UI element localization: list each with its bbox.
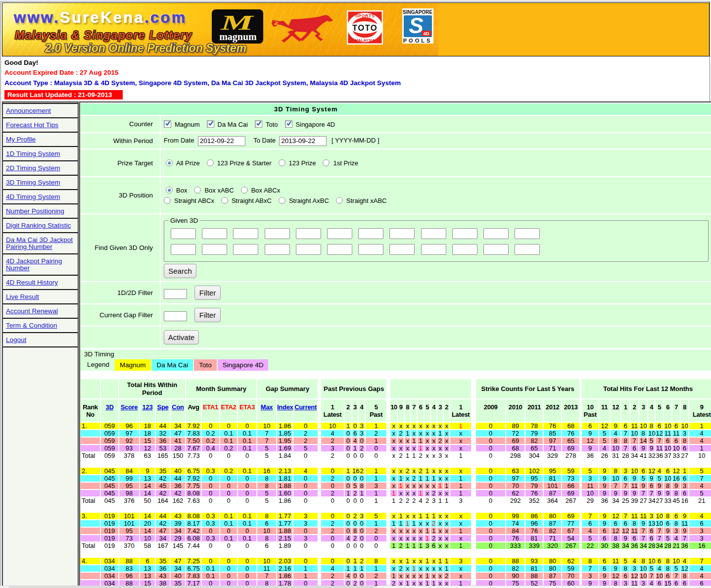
svg-text:TOTO: TOTO [352, 23, 378, 32]
svg-text:S: S [409, 13, 423, 38]
svg-text:magnum: magnum [219, 31, 257, 43]
svg-text:4D: 4D [423, 31, 429, 36]
svg-text:MALAYSIA: MALAYSIA [355, 38, 375, 43]
svg-text:SPORTS: SPORTS [355, 13, 375, 18]
svg-text:POOLS: POOLS [403, 38, 432, 44]
